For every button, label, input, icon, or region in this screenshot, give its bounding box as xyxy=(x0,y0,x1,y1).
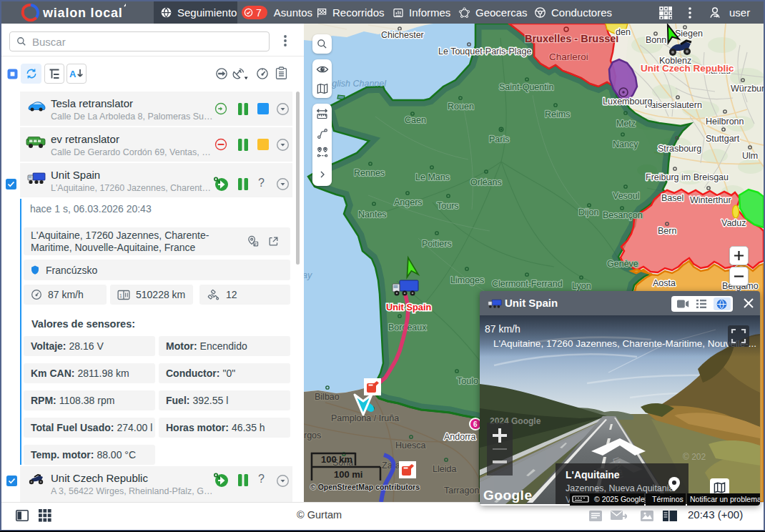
svg-text:Würzburg: Würzburg xyxy=(731,84,764,94)
svg-text:Clermont-Ferrand: Clermont-Ferrand xyxy=(492,279,563,289)
svg-text:Freiburg im Breisgau: Freiburg im Breisgau xyxy=(646,172,729,182)
svg-text:Orléans: Orléans xyxy=(470,177,502,187)
svg-text:Notificar un problema: Notificar un problema xyxy=(690,495,760,503)
svg-text:Aosta: Aosta xyxy=(653,278,676,288)
svg-text:Besançon: Besançon xyxy=(603,210,643,220)
svg-text:Huesca: Huesca xyxy=(395,440,425,450)
svg-text:Rouen: Rouen xyxy=(448,102,474,112)
svg-text:Limoges: Limoges xyxy=(450,275,484,285)
svg-text:Basel: Basel xyxy=(661,193,683,203)
svg-text:wialon local: wialon local xyxy=(42,6,123,20)
svg-text:Stuttgart: Stuttgart xyxy=(706,134,740,144)
svg-text:Le Mans: Le Mans xyxy=(415,172,450,182)
svg-text:Rennes: Rennes xyxy=(354,168,385,178)
svg-text:100 mi: 100 mi xyxy=(334,469,362,480)
svg-text:Bern: Bern xyxy=(658,226,676,236)
svg-text:Vesoul: Vesoul xyxy=(613,191,640,201)
svg-text:Metz: Metz xyxy=(616,119,636,129)
svg-text:Unit Czech Republic: Unit Czech Republic xyxy=(641,63,734,74)
svg-text:Caen: Caen xyxy=(405,115,426,125)
svg-text:A: A xyxy=(69,69,76,79)
svg-text:87 km/h: 87 km/h xyxy=(485,323,520,335)
svg-text:© 2025 Google: © 2025 Google xyxy=(594,495,645,503)
svg-text:Toulo: Toulo xyxy=(457,376,478,386)
svg-text:Reims: Reims xyxy=(545,109,570,119)
svg-text:Lyon: Lyon xyxy=(572,281,591,291)
svg-text:Chichester: Chichester xyxy=(381,30,424,40)
svg-text:den: den xyxy=(616,27,631,37)
svg-text:© 202: © 202 xyxy=(683,452,706,462)
svg-text:Tours: Tours xyxy=(437,201,459,211)
svg-text:Vaduz: Vaduz xyxy=(721,218,746,228)
svg-text:Términos: Términos xyxy=(652,495,683,503)
svg-text:Saint-Quentin: Saint-Quentin xyxy=(499,82,553,92)
svg-text:Bruxelles - Brussel: Bruxelles - Brussel xyxy=(525,33,618,44)
svg-text:Siegen: Siegen xyxy=(675,29,703,39)
svg-text:ay: ay xyxy=(304,270,312,280)
svg-text:© OpenStreetMap contributors: © OpenStreetMap contributors xyxy=(310,483,420,491)
svg-text:Genève: Genève xyxy=(607,259,638,269)
svg-text:Unit Spain: Unit Spain xyxy=(386,302,431,312)
svg-text:Dijon: Dijon xyxy=(578,207,599,217)
svg-text:Poitiers: Poitiers xyxy=(422,239,452,249)
svg-text:Pamplona / Iruña: Pamplona / Iruña xyxy=(331,413,399,423)
svg-text:Ulm: Ulm xyxy=(742,151,758,161)
svg-text:Lleida: Lleida xyxy=(433,464,456,474)
svg-text:1: 1 xyxy=(119,292,122,297)
svg-text:Bonn: Bonn xyxy=(646,35,666,45)
svg-text:Andorra: Andorra xyxy=(444,432,476,442)
svg-text:Jazennes, Nueva Aquitania: Jazennes, Nueva Aquitania xyxy=(566,483,674,493)
svg-text:Paris: Paris xyxy=(489,134,509,144)
svg-text:Nancy: Nancy xyxy=(613,139,638,149)
svg-text:rgos: rgos xyxy=(304,430,321,440)
svg-text:Luxembourg: Luxembourg xyxy=(603,97,653,107)
svg-text:Angers: Angers xyxy=(394,197,423,207)
svg-text:Le Touquet-Paris-Plage: Le Touquet-Paris-Plage xyxy=(438,46,531,56)
svg-text:L'Aquitaine: L'Aquitaine xyxy=(566,469,620,481)
svg-text:L'Aquitaine, 17260 Jazennes, C: L'Aquitaine, 17260 Jazennes, Charente-Ma… xyxy=(493,338,756,349)
svg-text:6: 6 xyxy=(473,420,478,428)
svg-text:Kaiserslautern: Kaiserslautern xyxy=(645,100,702,110)
svg-text:Charleroi: Charleroi xyxy=(549,51,588,62)
svg-text:Tarragon: Tarragon xyxy=(444,486,479,496)
svg-text:Heilbronn: Heilbronn xyxy=(706,117,744,127)
svg-text:Nantes: Nantes xyxy=(358,210,387,220)
svg-text:Bilbao: Bilbao xyxy=(315,392,340,402)
svg-text:100 km: 100 km xyxy=(321,454,352,465)
svg-text:Strasbourg: Strasbourg xyxy=(658,144,701,154)
svg-text:Google: Google xyxy=(483,488,532,503)
svg-text:Winterthur: Winterthur xyxy=(690,195,731,205)
